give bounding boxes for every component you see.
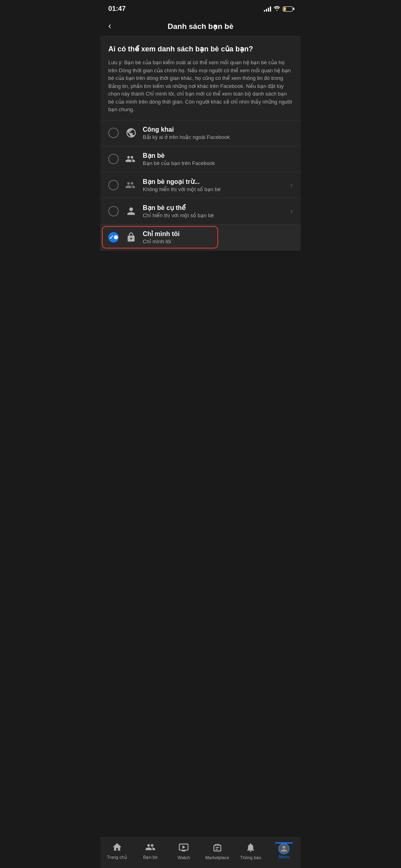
radio-chi-minh-toi: ✓ <box>108 232 119 242</box>
checkmark-icon: ✓ <box>109 234 114 240</box>
section-title: Ai có thể xem danh sách bạn bè của bạn? <box>108 45 293 54</box>
back-button[interactable]: ‹ <box>108 21 120 31</box>
page-title: Danh sách bạn bè <box>127 22 274 31</box>
battery-icon <box>283 6 293 12</box>
option-ban-be[interactable]: Bạn bè Bạn bè của bạn trên Facebook <box>100 146 301 172</box>
option-cong-khai-title: Công khai <box>143 126 293 133</box>
status-time: 01:47 <box>108 5 126 13</box>
wifi-icon <box>273 6 280 12</box>
option-ban-be-text: Bạn bè Bạn bè của bạn trên Facebook <box>143 152 293 166</box>
option-chi-minh-toi-title: Chỉ mình tôi <box>143 230 293 238</box>
chevron-right-icon-2: › <box>290 207 293 215</box>
radio-cong-khai <box>108 128 119 138</box>
option-chi-minh-toi-text: Chỉ mình tôi Chỉ mình tôi <box>143 230 293 245</box>
option-ban-be-title: Bạn bè <box>143 152 293 159</box>
radio-ban-be <box>108 154 119 164</box>
friends-icon <box>124 152 138 166</box>
globe-icon <box>124 126 138 140</box>
radio-ban-be-cu-the <box>108 206 119 216</box>
option-chi-minh-toi-subtitle: Chỉ mình tôi <box>143 238 293 245</box>
lock-icon <box>124 230 138 244</box>
option-cong-khai-subtitle: Bất kỳ ai ở trên hoặc ngoài Facebook <box>143 134 293 140</box>
option-ban-be-subtitle: Bạn bè của bạn trên Facebook <box>143 160 293 166</box>
empty-space <box>100 251 301 459</box>
option-ban-be-cu-the-subtitle: Chỉ hiển thị với một số bạn bè <box>143 212 290 218</box>
option-ban-be-cu-the-title: Bạn bè cụ thể <box>143 204 290 212</box>
header: ‹ Danh sách bạn bè <box>100 16 301 37</box>
status-icons <box>264 6 293 12</box>
option-ban-be-ngoai-tru[interactable]: Bạn bè ngoại trừ... Không hiển thị với m… <box>100 172 301 198</box>
radio-ban-be-ngoai-tru <box>108 180 119 190</box>
options-list: Công khai Bất kỳ ai ở trên hoặc ngoài Fa… <box>100 120 301 251</box>
status-bar: 01:47 <box>100 0 301 16</box>
friends-exclude-icon <box>124 178 138 192</box>
option-ban-be-cu-the-text: Bạn bè cụ thể Chỉ hiển thị với một số bạ… <box>143 204 290 218</box>
option-ban-be-ngoai-tru-title: Bạn bè ngoại trừ... <box>143 178 290 185</box>
info-section: Ai có thể xem danh sách bạn bè của bạn? … <box>100 37 301 120</box>
option-ban-be-ngoai-tru-text: Bạn bè ngoại trừ... Không hiển thị với m… <box>143 178 290 192</box>
chevron-right-icon: › <box>290 181 293 189</box>
signal-icon <box>264 6 271 12</box>
section-description: Lưu ý: Bạn bè của bạn kiểm soát ai có th… <box>108 59 293 114</box>
option-ban-be-cu-the[interactable]: Bạn bè cụ thể Chỉ hiển thị với một số bạ… <box>100 198 301 224</box>
option-cong-khai-text: Công khai Bất kỳ ai ở trên hoặc ngoài Fa… <box>143 126 293 140</box>
option-cong-khai[interactable]: Công khai Bất kỳ ai ở trên hoặc ngoài Fa… <box>100 120 301 146</box>
option-chi-minh-toi[interactable]: ✓ Chỉ mình tôi Chỉ mình tôi <box>100 224 301 251</box>
option-ban-be-ngoai-tru-subtitle: Không hiển thị với một số bạn bè <box>143 186 290 192</box>
friends-specific-icon <box>124 204 138 218</box>
